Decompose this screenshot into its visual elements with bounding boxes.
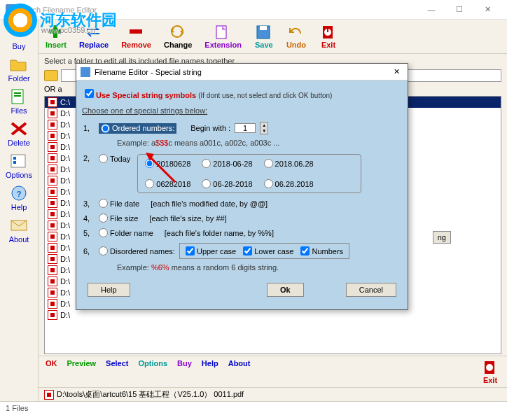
chk-lower[interactable]: Lower case xyxy=(243,246,293,255)
undo-icon xyxy=(286,24,306,39)
file-icon xyxy=(48,164,57,174)
date-fmt-6[interactable]: 06.28.2018 xyxy=(264,179,314,188)
window-titlebar: Batch Filename Editor — ☐ ✕ xyxy=(0,0,507,20)
radio-filedate[interactable]: File date xyxy=(99,199,139,208)
insert-icon xyxy=(46,24,66,39)
file-icon xyxy=(48,220,57,230)
special-string-dialog: Filename Editor - Special string ✕ Use S… xyxy=(76,63,408,310)
extension-icon xyxy=(214,24,233,39)
remove-icon xyxy=(127,24,146,39)
partial-button[interactable]: ng xyxy=(433,231,451,244)
begin-spinner[interactable]: ▲▼ xyxy=(260,122,268,134)
sidebar-files[interactable]: Files xyxy=(9,88,29,115)
file-icon xyxy=(48,153,57,163)
date-fmt-5[interactable]: 06-28-2018 xyxy=(202,179,252,188)
svg-rect-4 xyxy=(14,95,21,97)
tb-exit[interactable]: Exit xyxy=(319,24,338,49)
bb-options[interactable]: Options xyxy=(139,359,168,384)
replace-icon xyxy=(84,24,104,39)
bb-help[interactable]: Help xyxy=(202,359,218,384)
file-icon xyxy=(48,299,57,309)
sidebar-buy[interactable]: Buy xyxy=(9,24,29,50)
change-icon xyxy=(168,24,188,39)
file-icon xyxy=(48,209,57,219)
bb-select[interactable]: Select xyxy=(106,359,128,384)
dialog-cancel-button[interactable]: Cancel xyxy=(346,283,396,297)
tb-undo[interactable]: Undo xyxy=(286,24,306,49)
dialog-ok-button[interactable]: Ok xyxy=(267,283,304,297)
svg-rect-20 xyxy=(327,28,328,32)
file-icon xyxy=(48,120,57,130)
tb-change[interactable]: Change xyxy=(164,24,192,49)
date-fmt-2[interactable]: 2018-06-28 xyxy=(202,159,252,168)
bb-about[interactable]: About xyxy=(228,359,251,384)
list-item[interactable]: D:\ xyxy=(45,309,501,321)
file-icon xyxy=(44,390,54,400)
begin-with-input[interactable] xyxy=(235,123,256,133)
svg-text:?: ? xyxy=(17,190,22,198)
save-icon xyxy=(254,24,274,39)
use-special-checkbox[interactable] xyxy=(85,89,94,98)
sidebar-about[interactable]: About xyxy=(9,217,29,244)
svg-rect-15 xyxy=(216,26,226,38)
dialog-close-button[interactable]: ✕ xyxy=(389,67,403,76)
mail-icon xyxy=(9,217,29,234)
radio-today[interactable]: Today xyxy=(99,154,130,163)
file-icon xyxy=(48,187,57,197)
radio-filesize[interactable]: File size xyxy=(99,214,138,223)
svg-rect-7 xyxy=(13,161,16,164)
svg-rect-3 xyxy=(14,92,21,94)
files-icon xyxy=(9,88,29,105)
radio-ordered[interactable]: Ordered numbers: xyxy=(99,123,176,134)
delete-x-icon xyxy=(9,120,29,137)
svg-rect-13 xyxy=(130,29,142,34)
file-icon xyxy=(48,276,57,286)
bb-ok[interactable]: OK xyxy=(46,359,57,384)
folder-icon[interactable] xyxy=(44,70,58,81)
sidebar-delete[interactable]: Delete xyxy=(8,120,30,147)
chk-numbers[interactable]: Numbers xyxy=(300,246,343,255)
sidebar-options[interactable]: Options xyxy=(6,153,32,179)
chk-upper[interactable]: Upper case xyxy=(186,246,236,255)
close-button[interactable]: ✕ xyxy=(473,0,501,20)
file-icon xyxy=(48,131,57,141)
file-icon xyxy=(48,176,57,186)
svg-point-22 xyxy=(486,364,493,371)
radio-disordered[interactable]: Disordered names: xyxy=(99,246,175,255)
svg-rect-1 xyxy=(19,29,26,32)
dialog-titlebar[interactable]: Filename Editor - Special string ✕ xyxy=(76,64,408,80)
maximize-button[interactable]: ☐ xyxy=(445,0,473,20)
use-special-checkbox-row: Use Special string symbols (If dont use,… xyxy=(82,86,402,102)
help-icon: ? xyxy=(9,185,29,202)
radio-foldername[interactable]: Folder name xyxy=(99,228,153,237)
date-fmt-1[interactable]: 20180628 xyxy=(145,159,190,168)
tb-remove[interactable]: Remove xyxy=(121,24,151,49)
date-fmt-3[interactable]: 2018.06.28 xyxy=(264,159,314,168)
file-icon xyxy=(48,97,57,107)
sidebar-help[interactable]: ?Help xyxy=(9,185,29,211)
date-fmt-4[interactable]: 06282018 xyxy=(145,179,190,188)
dialog-icon xyxy=(81,67,90,77)
choose-header: Choose one of special strings below: xyxy=(82,106,402,115)
file-icon xyxy=(48,232,57,241)
minimize-button[interactable]: — xyxy=(417,0,445,20)
dialog-help-button[interactable]: Help xyxy=(88,283,130,297)
exit-icon xyxy=(480,359,500,374)
svg-rect-17 xyxy=(260,26,267,30)
bb-buy[interactable]: Buy xyxy=(177,359,192,384)
bb-preview[interactable]: Preview xyxy=(67,359,97,384)
file-icon xyxy=(48,310,57,320)
tb-extension[interactable]: Extension xyxy=(204,24,242,49)
app-icon xyxy=(6,4,17,15)
tb-save[interactable]: Save xyxy=(254,24,274,49)
sidebar-folder[interactable]: Folder xyxy=(8,56,29,83)
folder-open-icon xyxy=(9,56,29,73)
exit-icon xyxy=(319,24,338,39)
file-icon xyxy=(48,108,57,118)
or-label: OR a xyxy=(44,85,62,93)
bb-exit[interactable]: Exit xyxy=(480,359,500,384)
window-title: Batch Filename Editor xyxy=(21,6,97,14)
tb-replace[interactable]: Replace xyxy=(79,24,109,49)
date-format-frame: 20180628 2018-06-28 2018.06.28 06282018 … xyxy=(137,154,361,193)
tb-insert[interactable]: Insert xyxy=(46,24,67,49)
